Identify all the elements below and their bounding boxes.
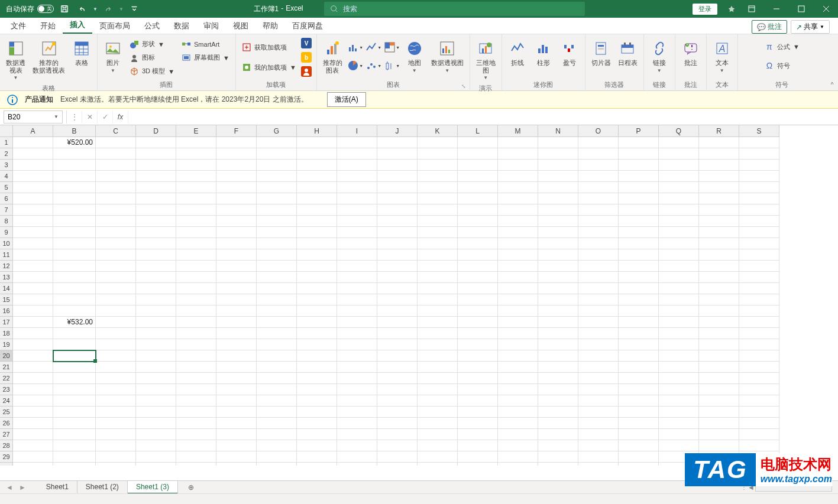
cell[interactable] [337,148,377,160]
cell[interactable] [619,328,659,339]
cell[interactable] [377,440,418,451]
cell[interactable] [498,216,538,227]
fb-cancel-icon[interactable]: ✕ [82,110,98,123]
cell[interactable] [13,238,53,249]
cell[interactable] [418,305,458,317]
cell[interactable] [619,216,659,227]
cell[interactable] [257,373,297,384]
cell[interactable] [619,317,659,328]
cell[interactable] [578,339,619,350]
select-all-corner[interactable] [0,125,13,137]
cell[interactable] [176,440,216,451]
cell[interactable] [257,294,297,305]
row-header[interactable]: 25 [0,407,13,418]
cell[interactable] [136,440,176,451]
cell[interactable] [96,418,136,429]
cell[interactable] [176,238,216,249]
row-header[interactable]: 22 [0,373,13,384]
cell[interactable] [377,305,418,317]
text-button[interactable]: A文本▼ [710,37,734,76]
cell[interactable] [53,407,96,418]
cell[interactable] [136,339,176,350]
pivot-table-button[interactable]: 数据透 视表▼ [4,37,28,83]
cell[interactable] [216,171,257,182]
cell[interactable] [297,451,337,463]
cell[interactable] [538,160,578,171]
cell[interactable] [136,305,176,317]
cell[interactable] [337,137,377,148]
cell[interactable] [136,395,176,407]
cell[interactable] [53,261,96,272]
cell[interactable] [53,182,96,193]
cell[interactable] [337,261,377,272]
cell[interactable] [619,227,659,238]
cell[interactable] [578,451,619,463]
cell[interactable] [739,407,779,418]
cell[interactable] [53,204,96,216]
cell[interactable]: ¥520.00 [53,137,96,148]
cell[interactable] [136,407,176,418]
cell[interactable] [216,451,257,463]
cell[interactable] [136,451,176,463]
cell[interactable] [257,463,297,466]
cell[interactable] [136,384,176,395]
autosave-toggle[interactable]: 自动保存 关 [6,4,54,14]
cell[interactable] [538,171,578,182]
fb-fx-icon[interactable]: fx [113,110,128,123]
cell[interactable] [257,160,297,171]
cell[interactable] [297,328,337,339]
row-header[interactable]: 17 [0,317,13,328]
cell[interactable] [257,182,297,193]
cell[interactable] [538,339,578,350]
cell[interactable] [619,137,659,148]
cell[interactable] [136,227,176,238]
cell[interactable] [538,373,578,384]
cell[interactable] [498,171,538,182]
cell[interactable] [136,272,176,283]
cell[interactable] [176,362,216,373]
col-header[interactable]: O [578,125,619,137]
cell[interactable] [176,451,216,463]
cell[interactable] [418,418,458,429]
cell[interactable] [216,160,257,171]
row-header[interactable]: 6 [0,193,13,204]
search-input[interactable]: 搜索 [324,2,585,16]
cell[interactable] [498,283,538,294]
cell[interactable] [257,238,297,249]
col-header[interactable]: R [699,125,739,137]
cell[interactable] [458,362,498,373]
cell[interactable] [337,429,377,440]
cell[interactable] [578,193,619,204]
cell[interactable] [619,204,659,216]
cell[interactable] [578,171,619,182]
cell[interactable] [659,148,699,160]
cell[interactable] [136,193,176,204]
row-header[interactable]: 8 [0,216,13,227]
cell[interactable] [53,384,96,395]
cell[interactable] [699,204,739,216]
cell[interactable] [578,160,619,171]
cell[interactable] [699,418,739,429]
cell[interactable] [498,440,538,451]
cell[interactable] [377,283,418,294]
cell[interactable] [337,463,377,466]
cell[interactable] [216,440,257,451]
cell[interactable] [337,451,377,463]
cell[interactable] [216,328,257,339]
share-button[interactable]: ↗共享▼ [791,20,830,34]
cell[interactable] [96,193,136,204]
cell[interactable] [176,261,216,272]
cell[interactable] [297,373,337,384]
cell[interactable] [418,261,458,272]
cell[interactable] [377,137,418,148]
cell[interactable] [297,440,337,451]
cell[interactable] [96,283,136,294]
cell[interactable] [458,238,498,249]
cell[interactable] [619,294,659,305]
cell[interactable] [498,204,538,216]
cell[interactable] [257,339,297,350]
cell[interactable] [498,395,538,407]
cell[interactable] [538,407,578,418]
cell[interactable] [96,384,136,395]
cell[interactable] [96,395,136,407]
